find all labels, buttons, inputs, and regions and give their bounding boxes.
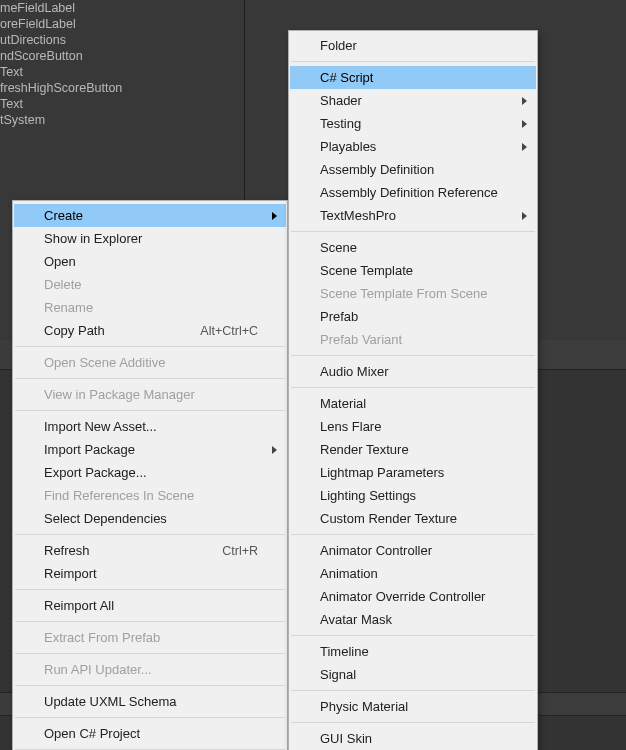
- menu-item-animation[interactable]: Animation: [290, 562, 536, 585]
- menu-item-label: Scene: [320, 240, 508, 255]
- hierarchy-item[interactable]: ndScoreButton: [0, 48, 122, 64]
- menu-item-lens-flare[interactable]: Lens Flare: [290, 415, 536, 438]
- menu-separator: [291, 355, 535, 356]
- hierarchy-item[interactable]: oreFieldLabel: [0, 16, 122, 32]
- hierarchy-item[interactable]: Text: [0, 64, 122, 80]
- menu-item-label: Signal: [320, 667, 508, 682]
- menu-item-label: Import New Asset...: [44, 419, 258, 434]
- menu-item-label: Rename: [44, 300, 258, 315]
- menu-item-label: Import Package: [44, 442, 258, 457]
- menu-item-shortcut: Ctrl+R: [222, 544, 258, 558]
- menu-item-avatar-mask[interactable]: Avatar Mask: [290, 608, 536, 631]
- menu-item-label: Open C# Project: [44, 726, 258, 741]
- hierarchy-panel: meFieldLabeloreFieldLabelutDirectionsndS…: [0, 0, 122, 128]
- menu-item-assembly-definition-reference[interactable]: Assembly Definition Reference: [290, 181, 536, 204]
- menu-item-select-dependencies[interactable]: Select Dependencies: [14, 507, 286, 530]
- menu-item-label: Run API Updater...: [44, 662, 258, 677]
- menu-item-gui-skin[interactable]: GUI Skin: [290, 727, 536, 750]
- menu-separator: [291, 61, 535, 62]
- menu-item-label: Delete: [44, 277, 258, 292]
- menu-item-copy-path[interactable]: Copy PathAlt+Ctrl+C: [14, 319, 286, 342]
- hierarchy-item[interactable]: Text: [0, 96, 122, 112]
- chevron-right-icon: [522, 212, 527, 220]
- menu-item-label: Prefab: [320, 309, 508, 324]
- menu-item-label: Create: [44, 208, 258, 223]
- menu-item-scene-template[interactable]: Scene Template: [290, 259, 536, 282]
- menu-separator: [15, 589, 285, 590]
- menu-item-lighting-settings[interactable]: Lighting Settings: [290, 484, 536, 507]
- menu-item-label: Open: [44, 254, 258, 269]
- menu-item-lightmap-parameters[interactable]: Lightmap Parameters: [290, 461, 536, 484]
- menu-item-assembly-definition[interactable]: Assembly Definition: [290, 158, 536, 181]
- menu-item-animator-override-controller[interactable]: Animator Override Controller: [290, 585, 536, 608]
- menu-item-label: Lens Flare: [320, 419, 508, 434]
- menu-item-create[interactable]: Create: [14, 204, 286, 227]
- menu-item-textmeshpro[interactable]: TextMeshPro: [290, 204, 536, 227]
- menu-item-import-new-asset[interactable]: Import New Asset...: [14, 415, 286, 438]
- menu-item-render-texture[interactable]: Render Texture: [290, 438, 536, 461]
- menu-item-reimport-all[interactable]: Reimport All: [14, 594, 286, 617]
- hierarchy-item[interactable]: utDirections: [0, 32, 122, 48]
- menu-separator: [15, 410, 285, 411]
- menu-item-animator-controller[interactable]: Animator Controller: [290, 539, 536, 562]
- menu-item-label: Copy Path: [44, 323, 200, 338]
- chevron-right-icon: [522, 97, 527, 105]
- hierarchy-item[interactable]: freshHighScoreButton: [0, 80, 122, 96]
- menu-item-custom-render-texture[interactable]: Custom Render Texture: [290, 507, 536, 530]
- menu-separator: [15, 346, 285, 347]
- menu-separator: [291, 534, 535, 535]
- menu-item-label: GUI Skin: [320, 731, 508, 746]
- menu-item-material[interactable]: Material: [290, 392, 536, 415]
- menu-item-folder[interactable]: Folder: [290, 34, 536, 57]
- menu-item-show-in-explorer[interactable]: Show in Explorer: [14, 227, 286, 250]
- menu-item-open-scene-additive: Open Scene Additive: [14, 351, 286, 374]
- menu-item-signal[interactable]: Signal: [290, 663, 536, 686]
- menu-item-physic-material[interactable]: Physic Material: [290, 695, 536, 718]
- chevron-right-icon: [522, 143, 527, 151]
- menu-item-label: Testing: [320, 116, 508, 131]
- menu-item-label: Timeline: [320, 644, 508, 659]
- menu-separator: [291, 387, 535, 388]
- menu-separator: [15, 653, 285, 654]
- menu-item-playables[interactable]: Playables: [290, 135, 536, 158]
- menu-item-audio-mixer[interactable]: Audio Mixer: [290, 360, 536, 383]
- menu-item-run-api-updater: Run API Updater...: [14, 658, 286, 681]
- menu-item-label: C# Script: [320, 70, 508, 85]
- menu-item-label: View in Package Manager: [44, 387, 258, 402]
- hierarchy-item[interactable]: meFieldLabel: [0, 0, 122, 16]
- chevron-right-icon: [272, 212, 277, 220]
- menu-item-label: Scene Template: [320, 263, 508, 278]
- menu-item-reimport[interactable]: Reimport: [14, 562, 286, 585]
- menu-separator: [291, 690, 535, 691]
- menu-item-shader[interactable]: Shader: [290, 89, 536, 112]
- menu-item-shortcut: Alt+Ctrl+C: [200, 324, 258, 338]
- menu-item-export-package[interactable]: Export Package...: [14, 461, 286, 484]
- menu-item-refresh[interactable]: RefreshCtrl+R: [14, 539, 286, 562]
- menu-separator: [291, 722, 535, 723]
- menu-item-label: Playables: [320, 139, 508, 154]
- menu-separator: [291, 635, 535, 636]
- menu-item-open[interactable]: Open: [14, 250, 286, 273]
- menu-item-label: Animator Controller: [320, 543, 508, 558]
- menu-item-extract-from-prefab: Extract From Prefab: [14, 626, 286, 649]
- menu-item-label: Shader: [320, 93, 508, 108]
- menu-item-label: Render Texture: [320, 442, 508, 457]
- menu-item-import-package[interactable]: Import Package: [14, 438, 286, 461]
- menu-item-label: Update UXML Schema: [44, 694, 258, 709]
- menu-item-update-uxml-schema[interactable]: Update UXML Schema: [14, 690, 286, 713]
- menu-item-label: Animator Override Controller: [320, 589, 508, 604]
- menu-separator: [15, 621, 285, 622]
- menu-item-timeline[interactable]: Timeline: [290, 640, 536, 663]
- menu-item-prefab[interactable]: Prefab: [290, 305, 536, 328]
- menu-item-c-script[interactable]: C# Script: [290, 66, 536, 89]
- menu-item-open-c-project[interactable]: Open C# Project: [14, 722, 286, 745]
- menu-item-delete: Delete: [14, 273, 286, 296]
- hierarchy-item[interactable]: tSystem: [0, 112, 122, 128]
- menu-item-label: Reimport: [44, 566, 258, 581]
- chevron-right-icon: [522, 120, 527, 128]
- menu-item-testing[interactable]: Testing: [290, 112, 536, 135]
- assets-context-menu: CreateShow in ExplorerOpenDeleteRenameCo…: [12, 200, 288, 750]
- menu-item-label: Folder: [320, 38, 508, 53]
- menu-item-scene[interactable]: Scene: [290, 236, 536, 259]
- menu-item-label: Scene Template From Scene: [320, 286, 508, 301]
